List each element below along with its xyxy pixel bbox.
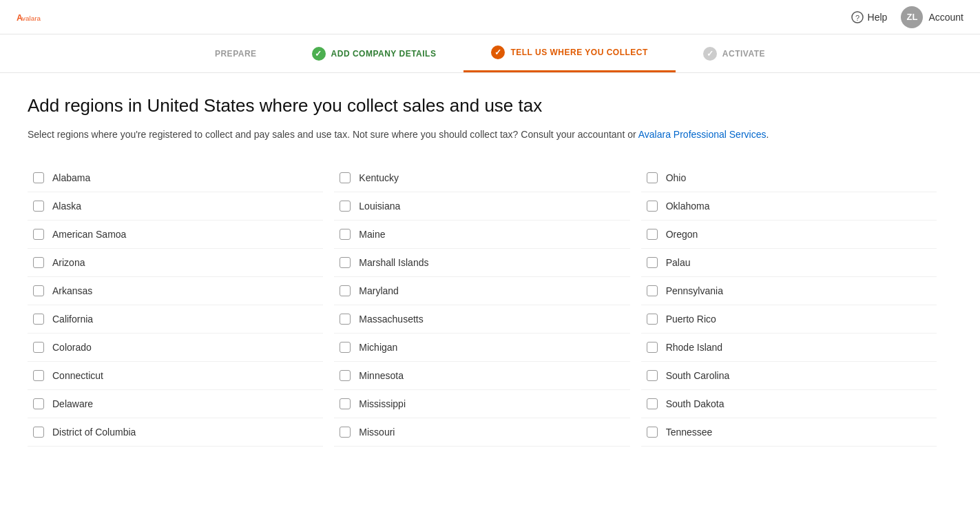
checkbox-missouri[interactable] (340, 427, 351, 438)
list-item[interactable]: Missouri (334, 418, 629, 447)
list-item[interactable]: Ohio (641, 164, 937, 192)
list-item[interactable]: South Carolina (641, 362, 937, 390)
region-label: Tennessee (666, 427, 713, 438)
step-completed-icon: ✓ (312, 47, 326, 61)
region-column-2: Kentucky Louisiana Maine Marshall Island… (334, 164, 629, 447)
step-activate-label: ACTIVATE (722, 49, 765, 59)
list-item[interactable]: Tennessee (641, 418, 937, 447)
checkbox-rhode-island[interactable] (647, 342, 658, 353)
checkbox-pennsylvania[interactable] (647, 285, 658, 296)
region-label: Louisiana (359, 201, 400, 212)
checkbox-minnesota[interactable] (340, 370, 351, 381)
list-item[interactable]: District of Columbia (28, 418, 323, 447)
region-label: Oklahoma (666, 201, 710, 212)
list-item[interactable]: Michigan (334, 334, 629, 362)
checkbox-arizona[interactable] (33, 257, 44, 268)
region-label: Massachusetts (359, 314, 423, 325)
list-item[interactable]: Arkansas (28, 277, 323, 305)
avalara-logo: A valara (17, 5, 41, 30)
help-button[interactable]: ? Help (851, 11, 888, 23)
list-item[interactable]: Oklahoma (641, 192, 937, 221)
page-title: Add regions in United States where you c… (28, 95, 937, 116)
checkbox-connecticut[interactable] (33, 370, 44, 381)
checkbox-mississippi[interactable] (340, 398, 351, 409)
checkbox-california[interactable] (33, 314, 44, 325)
description-text: Select regions where you're registered t… (28, 129, 636, 140)
list-item[interactable]: California (28, 305, 323, 334)
region-label: California (52, 314, 93, 325)
checkbox-michigan[interactable] (340, 342, 351, 353)
checkbox-american-samoa[interactable] (33, 229, 44, 240)
stepper: PREPARE ✓ ADD COMPANY DETAILS ✓ TELL US … (0, 34, 980, 73)
region-label: Ohio (666, 172, 687, 183)
account-button[interactable]: ZL Account (901, 6, 963, 28)
avatar: ZL (901, 6, 923, 28)
checkbox-massachusetts[interactable] (340, 314, 351, 325)
region-label: Colorado (52, 342, 92, 353)
list-item[interactable]: Rhode Island (641, 334, 937, 362)
list-item[interactable]: Alaska (28, 192, 323, 221)
list-item[interactable]: Pennsylvania (641, 277, 937, 305)
list-item[interactable]: South Dakota (641, 390, 937, 418)
checkbox-oklahoma[interactable] (647, 201, 658, 212)
checkbox-oregon[interactable] (647, 229, 658, 240)
list-item[interactable]: Massachusetts (334, 305, 629, 334)
list-item[interactable]: Delaware (28, 390, 323, 418)
list-item[interactable]: Mississippi (334, 390, 629, 418)
step-active-icon: ✓ (491, 45, 505, 59)
checkbox-alaska[interactable] (33, 201, 44, 212)
region-label: South Dakota (666, 398, 724, 409)
region-label: Arkansas (52, 285, 92, 296)
region-label: Alaska (52, 201, 81, 212)
region-label: Alabama (52, 172, 90, 183)
account-label: Account (928, 12, 963, 23)
region-label: Michigan (359, 342, 397, 353)
header: A valara ? Help ZL Account (0, 0, 980, 34)
checkbox-south-dakota[interactable] (647, 398, 658, 409)
step-add-company-details: ✓ ADD COMPANY DETAILS (284, 36, 464, 72)
region-label: Kentucky (359, 172, 399, 183)
region-column-3: Ohio Oklahoma Oregon Palau Pennsylvania … (641, 164, 937, 447)
checkbox-south-carolina[interactable] (647, 370, 658, 381)
help-label: Help (868, 12, 888, 23)
checkbox-maryland[interactable] (340, 285, 351, 296)
avalara-services-link[interactable]: Avalara Professional Services (638, 129, 767, 140)
list-item[interactable]: Kentucky (334, 164, 629, 192)
checkbox-puerto-rico[interactable] (647, 314, 658, 325)
checkbox-palau[interactable] (647, 257, 658, 268)
checkbox-kentucky[interactable] (340, 172, 351, 183)
checkbox-tennessee[interactable] (647, 427, 658, 438)
checkbox-arkansas[interactable] (33, 285, 44, 296)
list-item[interactable]: Arizona (28, 249, 323, 277)
region-label: Marshall Islands (359, 257, 428, 268)
list-item[interactable]: Oregon (641, 221, 937, 249)
checkbox-ohio[interactable] (647, 172, 658, 183)
list-item[interactable]: Maryland (334, 277, 629, 305)
step-prepare: PREPARE (187, 38, 284, 70)
list-item[interactable]: Minnesota (334, 362, 629, 390)
checkbox-louisiana[interactable] (340, 201, 351, 212)
step-inactive-icon: ✓ (703, 47, 717, 61)
step-activate: ✓ ACTIVATE (676, 36, 793, 72)
checkbox-colorado[interactable] (33, 342, 44, 353)
list-item[interactable]: American Samoa (28, 221, 323, 249)
checkbox-district-of-columbia[interactable] (33, 427, 44, 438)
svg-text:?: ? (855, 13, 859, 21)
checkbox-delaware[interactable] (33, 398, 44, 409)
list-item[interactable]: Alabama (28, 164, 323, 192)
list-item[interactable]: Maine (334, 221, 629, 249)
list-item[interactable]: Connecticut (28, 362, 323, 390)
step-add-company-details-label: ADD COMPANY DETAILS (331, 49, 437, 59)
svg-text:valara: valara (22, 14, 41, 21)
checkbox-marshall-islands[interactable] (340, 257, 351, 268)
list-item[interactable]: Puerto Rico (641, 305, 937, 334)
region-label: Mississippi (359, 398, 406, 409)
region-label: Oregon (666, 229, 698, 240)
list-item[interactable]: Colorado (28, 334, 323, 362)
list-item[interactable]: Louisiana (334, 192, 629, 221)
list-item[interactable]: Palau (641, 249, 937, 277)
list-item[interactable]: Marshall Islands (334, 249, 629, 277)
checkbox-alabama[interactable] (33, 172, 44, 183)
logo: A valara (17, 5, 41, 30)
checkbox-maine[interactable] (340, 229, 351, 240)
